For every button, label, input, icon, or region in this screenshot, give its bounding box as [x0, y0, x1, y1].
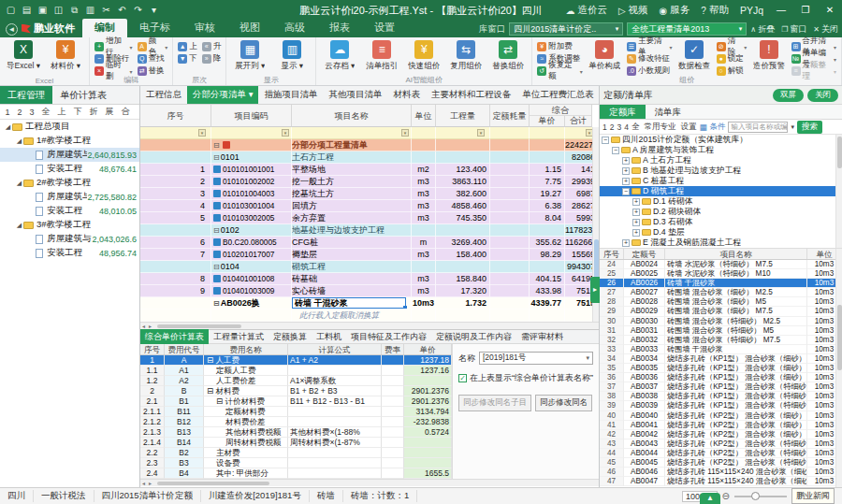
quota-row[interactable]: 44AB0044烧结多孔砖（KP2型） 混合砂浆（特细砂）10m3: [600, 449, 842, 458]
tree-expander-icon[interactable]: ◢: [15, 137, 23, 145]
column-header-qty[interactable]: 工程量: [436, 105, 490, 127]
library-level-button-3[interactable]: 3: [617, 122, 621, 132]
column-header-code[interactable]: 定额号: [624, 249, 665, 259]
worksheet-tab-分部分项清单[interactable]: 分部分项清单 ▾: [187, 86, 258, 104]
boq-row-hint[interactable]: 此行载入定额取消换算: [140, 310, 599, 322]
zoom-slider[interactable]: [734, 496, 787, 497]
open-file-icon[interactable]: ▤: [20, 3, 34, 18]
help-item[interactable]: ?帮助: [701, 4, 729, 17]
library-tree-item[interactable]: +C 桩基工程: [600, 176, 842, 186]
close-button[interactable]: ✕: [818, 0, 842, 21]
quota-row[interactable]: 29AB0029砖围墙 混合砂浆（细砂） M7.510m3: [600, 307, 842, 316]
quota-row[interactable]: 41AB0041烧结多孔砖（KP2型） 混合砂浆（细砂） M7.510m3: [600, 421, 842, 430]
quota-table-scrollbar[interactable]: [835, 249, 842, 487]
zoom-out-icon[interactable]: ⊖: [722, 491, 730, 501]
expand-minus-icon[interactable]: ⊟: [213, 263, 220, 271]
fee-row[interactable]: 2.4B4其中: 甲供部分1655.5: [140, 468, 452, 479]
library-search-button[interactable]: 搜索: [797, 121, 822, 134]
boq-row-item[interactable]: 8010401001008砖基础m3158.840404.1564195: [140, 273, 599, 285]
column-header-rate[interactable]: 费率: [382, 344, 404, 354]
造价预警-button[interactable]: !造价预警: [751, 40, 786, 72]
quota-row[interactable]: 43AB0043烧结多孔砖（KP2型） 混合砂浆（特细砂）10m3: [600, 439, 842, 449]
quota-row[interactable]: 28AB0028砖围墙 混合砂浆（细砂） M510m3: [600, 297, 842, 307]
level-button-2[interactable]: 2: [14, 107, 25, 118]
column-header-name[interactable]: 项目名称: [665, 249, 807, 259]
detail-tab-工料机[interactable]: 工料机: [312, 329, 346, 345]
filter-icon[interactable]: ▾: [401, 129, 409, 137]
quota-row[interactable]: 31AB0031砖围墙 混合砂浆（特细砂） M510m3: [600, 326, 842, 336]
project-tree-item[interactable]: 安装工程48,676.41: [0, 162, 139, 176]
boq-row-summary[interactable]: ⊟分部分项工程量清单2242271: [140, 139, 599, 151]
quota-row[interactable]: 35AB0035烧结多孔砖（KP1型） 混合砂浆（细砂） M7.510m3: [600, 364, 842, 373]
expand-minus-icon[interactable]: ⊟: [213, 226, 220, 235]
calc-table-name-input[interactable]: [2019]181号▾: [479, 352, 593, 365]
boq-row-quota[interactable]: ⊟AB0026换砖墙 干混砂浆10m31.7324339.777515: [140, 297, 599, 310]
detail-tab-综合单价计算表[interactable]: 综合单价计算表: [140, 329, 209, 345]
video-item[interactable]: ▷视频: [618, 4, 648, 17]
quota-row[interactable]: 42AB0042烧结多孔砖（KP2型） 混合砂浆（细砂） M1010m3: [600, 430, 842, 439]
user-label[interactable]: PYJq: [740, 5, 763, 16]
ribbon-tab-编制[interactable]: 编制: [82, 19, 127, 37]
service-person-item[interactable]: ◉服务: [660, 4, 690, 17]
tree-expander-icon[interactable]: ◢: [4, 123, 12, 131]
boq-row-item[interactable]: 9010401003009实心砖墙m317.320433.987516: [140, 285, 599, 297]
同步修改同名子目-button[interactable]: 同步修改同名子目: [458, 395, 531, 411]
library-tree-item[interactable]: −A 房屋建筑与装饰工程: [600, 145, 842, 155]
detail-tab-定额换算[interactable]: 定额换算: [269, 329, 312, 345]
library-level-button-2[interactable]: 2: [610, 122, 615, 132]
tree-expander-icon[interactable]: ◢: [15, 180, 23, 187]
fee-row[interactable]: 2.1B1⊟ 计价材料费B11 + B12 - B13 - B12901.237…: [140, 396, 452, 407]
library-tab-清单库[interactable]: 清单库: [646, 105, 691, 119]
project-tree-item[interactable]: 安装工程48,956.74: [0, 246, 139, 260]
fee-row[interactable]: 2B⊟ 材料费B1 + B2 + B32901.2376: [140, 386, 452, 396]
常用专业-button[interactable]: 常用专业: [644, 122, 675, 133]
下-button[interactable]: ▼下: [178, 53, 197, 65]
expand-minus-icon[interactable]: −: [622, 188, 630, 195]
level-button-合[interactable]: 合: [118, 105, 133, 119]
fee-row[interactable]: 1A⊟ 人工费A1 + A21237.18: [140, 355, 452, 366]
scroll-left-arrow-icon[interactable]: ◂: [140, 480, 147, 486]
ribbon-tab-电子标[interactable]: 电子标: [127, 19, 182, 37]
column-header-sn[interactable]: 序号: [140, 344, 165, 354]
customize-toolbar-icon[interactable]: ▾: [147, 3, 161, 18]
column-header-formula[interactable]: 计算公式: [288, 344, 382, 354]
tree-scrollbar[interactable]: [835, 135, 842, 249]
column-header-quota[interactable]: 定额耗量: [490, 105, 530, 127]
level-button-3[interactable]: 3: [26, 107, 37, 118]
替换组价-button[interactable]: ⇄替换组价: [489, 40, 527, 72]
同步修改同名-button[interactable]: 同步修改同名: [535, 395, 592, 411]
boq-row-item[interactable]: 7010201017007褥垫层m3158.40098.2915569: [140, 249, 599, 261]
快速组价-button[interactable]: ¥快速组价: [405, 40, 443, 72]
column-header-price[interactable]: 单价: [404, 344, 452, 354]
quota-row[interactable]: 36AB0036烧结多孔砖（KP1型） 混合砂浆（细砂） M1010m3: [600, 373, 842, 382]
close-library-button[interactable]: 关闭: [807, 89, 838, 102]
fee-row[interactable]: 2.3B3设备费: [140, 458, 452, 468]
minimize-button[interactable]: —: [769, 0, 793, 21]
tree-expander-icon[interactable]: ◢: [15, 222, 23, 229]
back-button[interactable]: ◄: [6, 23, 18, 36]
library-折叠-button[interactable]: ∧折叠: [750, 23, 775, 36]
fee-row[interactable]: 1.1A1定额人工费1237.16: [140, 366, 452, 376]
quota-row[interactable]: 46AB0046烧结多孔砖 115×115×240 混合砂浆（细砂10m3: [600, 468, 842, 477]
quota-row[interactable]: 47AB0047烧结多孔砖 115×115×240 混合砂浆（细砂10m3: [600, 477, 842, 486]
boq-row-item[interactable]: 4010103001004回填方m34858.4606.3828627: [140, 200, 599, 212]
paste-icon[interactable]: ▥: [83, 3, 97, 18]
worksheet-tab-材料表[interactable]: 材料表: [387, 86, 426, 104]
expand-plus-icon[interactable]: +: [632, 198, 640, 206]
list-standard-dropdown[interactable]: 全统工程量清单2013▾: [627, 22, 747, 36]
锁定-button[interactable]: ●锁定: [717, 53, 748, 65]
复用组价-button[interactable]: ⇆复用组价: [447, 40, 485, 72]
expand-plus-icon[interactable]: +: [622, 239, 630, 247]
library-tree-item[interactable]: +D.1 砖砌体: [600, 196, 842, 207]
library-tree-item[interactable]: −D 砌筑工程: [600, 186, 842, 196]
level-button-下[interactable]: 下: [70, 105, 85, 119]
library-tree-item[interactable]: −四川2015计价定额（实体建筑库）: [600, 135, 842, 145]
library-search-input[interactable]: 输入项目名称或编号: [728, 122, 788, 133]
expand-plus-icon[interactable]: +: [622, 157, 630, 165]
expand-plus-icon[interactable]: +: [632, 209, 640, 216]
清单指引-button[interactable]: ≡清单指引: [363, 40, 400, 72]
quota-row[interactable]: 38AB0038烧结多孔砖（KP1型） 混合砂浆（特细砂） M7.510m3: [600, 392, 842, 401]
library-level-button-全[interactable]: 全: [632, 122, 640, 133]
save-icon[interactable]: ▣: [36, 3, 50, 18]
升-button[interactable]: «升: [202, 41, 222, 52]
